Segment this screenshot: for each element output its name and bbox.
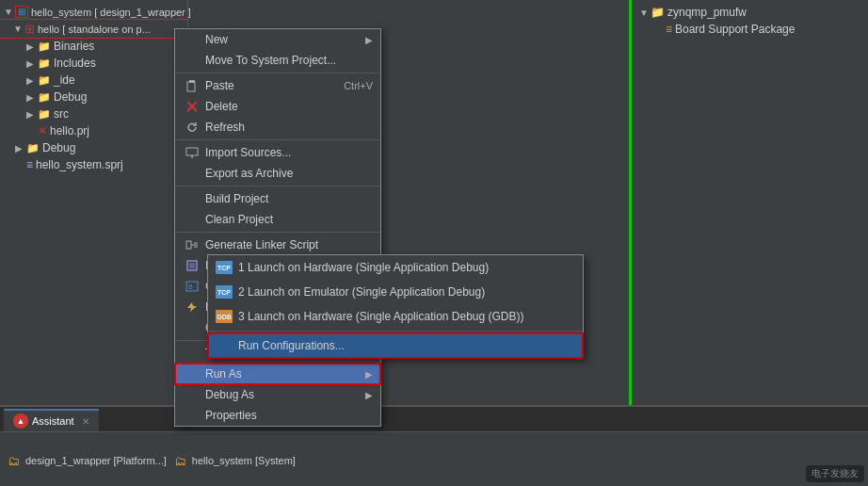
tree-arrow-3: ▶	[26, 41, 36, 52]
tcf-icon-1: TCP	[216, 259, 233, 276]
folder-icon-binaries: 📁	[38, 40, 51, 53]
svg-marker-13	[187, 302, 197, 312]
menu-label-new: New	[205, 33, 228, 46]
submenu-label-launch-hardware-gdb: 3 Launch on Hardware (Single Application…	[238, 310, 524, 323]
arrow-run-as: ▶	[365, 369, 373, 380]
tree-label-hello-standalone: hello [ standalone on p...	[38, 24, 151, 35]
menu-item-paste[interactable]: Paste Ctrl+V	[175, 75, 380, 96]
divider-3	[175, 186, 380, 186]
tree-arrow-6: ▶	[26, 92, 36, 103]
menu-item-debug-as[interactable]: Debug As ▶	[175, 384, 380, 405]
menu-item-new[interactable]: New ▶	[175, 29, 380, 50]
menu-label-refresh: Refresh	[205, 121, 245, 134]
watermark-text: 电子发烧友	[812, 468, 859, 478]
tab-label-assistant: Assistant	[32, 415, 74, 427]
svg-rect-1	[189, 80, 195, 83]
bottom-tabs: ▲ Assistant ✕	[0, 407, 868, 432]
folder-icon-design: 🗂	[8, 454, 20, 468]
menu-label-delete: Delete	[205, 100, 238, 113]
tree-item-binaries[interactable]: ▶ 📁 Binaries	[0, 38, 187, 55]
submenu-item-launch-hardware-gdb[interactable]: GDB 3 Launch on Hardware (Single Applica…	[208, 304, 583, 329]
menu-item-run-as[interactable]: Run As ▶	[175, 364, 380, 384]
flash-icon	[183, 301, 201, 313]
tree-item-hello-prj[interactable]: ▶ ✕ hello.prj	[0, 122, 187, 139]
menu-item-refresh[interactable]: Refresh	[175, 117, 380, 138]
linker-icon	[183, 239, 201, 251]
tree-arrow-7: ▶	[26, 109, 36, 120]
menu-item-build-project[interactable]: Build Project	[175, 188, 380, 209]
menu-label-debug-as: Debug As	[205, 388, 254, 401]
tree-item-zynqmp[interactable]: ▼ 📁 zynqmp_pmufw	[635, 4, 864, 21]
tree-item-src[interactable]: ▶ 📁 src	[0, 105, 187, 122]
menu-item-clean-project[interactable]: Clean Project	[175, 209, 380, 230]
menu-item-export-archive[interactable]: Export as Archive	[175, 163, 380, 184]
submenu-item-run-configurations[interactable]: Run Configurations...	[208, 333, 583, 358]
tree-label-ide: _ide	[54, 73, 75, 87]
tree-label-bsp: Board Support Package	[675, 23, 795, 36]
tree-label-debug-inner: Debug	[54, 90, 87, 104]
tree-item-hello-system-sprj[interactable]: ▶ ≡ hello_system.sprj	[0, 156, 187, 173]
menu-label-clean-project: Clean Project	[205, 213, 273, 226]
menu-label-run-as: Run As	[205, 367, 242, 381]
submenu-item-launch-hardware[interactable]: TCP 1 Launch on Hardware (Single Applica…	[208, 255, 583, 280]
tcf-icon-2: TCP	[216, 284, 233, 300]
menu-item-properties[interactable]: Properties	[175, 405, 380, 426]
app-icon: ⊞	[24, 22, 35, 36]
right-panel: ▼ 📁 zynqmp_pmufw ▶ ≡ Board Support Packa…	[631, 0, 868, 405]
file-icon-hello-prj: ✕	[38, 124, 47, 138]
bottom-item-hello-system[interactable]: 🗂 hello_system [System]	[170, 436, 299, 485]
file-icon-bsp: ≡	[666, 23, 672, 36]
tree-label-hello-system: hello_system [ design_1_wrapper ]	[31, 7, 191, 18]
folder-icon-includes: 📁	[38, 57, 51, 70]
bottom-label-hello-system: hello_system [System]	[192, 455, 296, 466]
tree-item-hello-system[interactable]: ▼ ⊞ hello_system [ design_1_wrapper ]	[0, 4, 187, 20]
paste-shortcut: Ctrl+V	[344, 80, 373, 91]
green-vertical-line	[629, 0, 632, 405]
tree-arrow: ▼	[4, 7, 13, 17]
svg-rect-0	[187, 82, 195, 91]
tree-label-hello-prj: hello.prj	[50, 124, 89, 138]
bottom-panel: ▲ Assistant ✕ 🗂 design_1_wrapper [Platfo…	[0, 405, 868, 486]
bottom-item-design-1[interactable]: 🗂 design_1_wrapper [Platform...]	[4, 436, 170, 485]
divider-4	[175, 232, 380, 233]
tree-item-hello-standalone[interactable]: ▼ ⊞ hello [ standalone on p...	[0, 20, 187, 38]
submenu-label-launch-hardware: 1 Launch on Hardware (Single Application…	[238, 261, 489, 274]
file-icon-sprj: ≡	[26, 158, 33, 171]
submenu-divider	[208, 331, 583, 332]
submenu-label-run-configurations: Run Configurations...	[238, 339, 345, 352]
arrow-new: ▶	[365, 35, 373, 45]
submenu-label-launch-emulator: 2 Launch on Emulator (Single Application…	[238, 285, 485, 299]
tree-arrow-5: ▶	[26, 75, 36, 86]
folder-icon-hello-system: 🗂	[174, 454, 186, 468]
tree-label-binaries: Binaries	[54, 40, 94, 53]
tree-label-debug-outer: Debug	[42, 141, 75, 154]
tree-label-zynqmp: zynqmp_pmufw	[667, 6, 747, 19]
tab-assistant[interactable]: ▲ Assistant ✕	[4, 409, 99, 431]
submenu-item-launch-emulator[interactable]: TCP 2 Launch on Emulator (Single Applica…	[208, 280, 583, 304]
run-as-submenu: TCP 1 Launch on Hardware (Single Applica…	[207, 254, 584, 359]
arrow-debug-as: ▶	[365, 390, 373, 400]
gdb-icon: GDB	[216, 308, 233, 325]
tree-arrow-9: ▶	[15, 143, 24, 154]
tree-arrow-4: ▶	[26, 58, 36, 69]
tree-item-debug-outer[interactable]: ▶ 📁 Debug	[0, 139, 187, 156]
fpga-icon	[183, 260, 201, 271]
menu-label-properties: Properties	[205, 409, 257, 422]
menu-item-import-sources[interactable]: Import Sources...	[175, 142, 380, 163]
tree-label-hello-system-sprj: hello_system.sprj	[36, 158, 123, 171]
tree-item-includes[interactable]: ▶ 📁 Includes	[0, 55, 187, 72]
menu-item-delete[interactable]: Delete	[175, 96, 380, 117]
watermark: 电子发烧友	[806, 465, 864, 482]
menu-label-move-to-system: Move To System Project...	[205, 54, 336, 67]
menu-item-move-to-system[interactable]: Move To System Project...	[175, 50, 380, 71]
svg-rect-4	[186, 148, 198, 155]
svg-text:B: B	[188, 284, 193, 290]
tab-close-assistant[interactable]: ✕	[82, 416, 89, 427]
tree-arrow-zynqmp: ▼	[639, 8, 649, 18]
menu-item-generate-linker[interactable]: Generate Linker Script	[175, 235, 380, 255]
assistant-icon: ▲	[13, 413, 28, 429]
divider-1	[175, 73, 380, 73]
tree-item-bsp[interactable]: ▶ ≡ Board Support Package	[635, 21, 864, 38]
tree-item-debug-inner[interactable]: ▶ 📁 Debug	[0, 89, 187, 105]
tree-item-ide[interactable]: ▶ 📁 _ide	[0, 72, 187, 89]
